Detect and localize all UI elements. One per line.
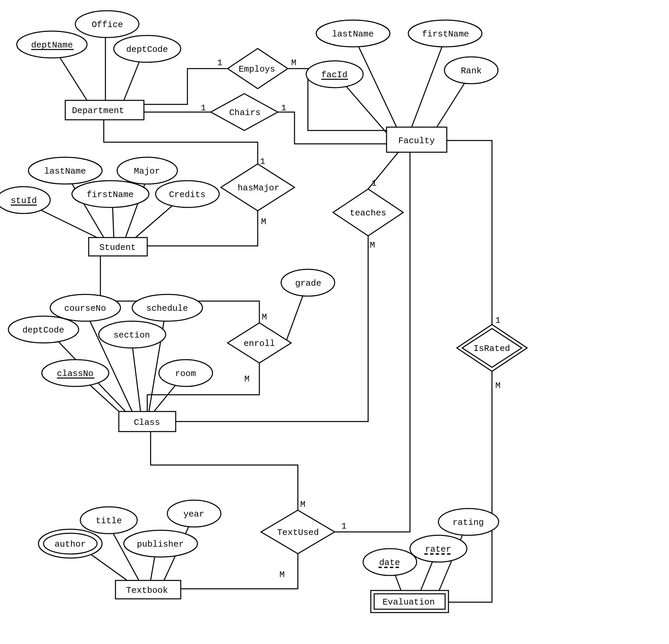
card-hasmajor-stu: M	[261, 217, 266, 227]
svg-text:firstName: firstName	[87, 190, 133, 200]
svg-text:Office: Office	[92, 20, 123, 30]
entity-faculty: Faculty	[386, 127, 447, 152]
svg-text:IsRated: IsRated	[473, 344, 510, 354]
card-enroll-stu: M	[262, 312, 267, 322]
card-enroll-cls: M	[244, 374, 250, 384]
entity-student: Student	[89, 238, 147, 256]
svg-text:firstName: firstName	[422, 29, 469, 39]
svg-text:courseNo: courseNo	[64, 303, 106, 314]
svg-text:deptCode: deptCode	[126, 44, 168, 55]
svg-text:deptCode: deptCode	[23, 325, 64, 335]
svg-text:rating: rating	[453, 517, 484, 528]
entity-textbook: Textbook	[115, 581, 181, 599]
svg-text:title: title	[96, 516, 122, 526]
svg-text:Evaluation: Evaluation	[383, 597, 435, 607]
er-diagram: 1 M 1 1 1 M M M 1 M M M 1 1 M Department…	[0, 0, 669, 644]
attr-stu-stuid: stuId	[0, 187, 50, 213]
entity-class: Class	[119, 412, 176, 432]
attr-fac-lastname: lastName	[316, 20, 390, 47]
svg-text:lastName: lastName	[44, 166, 86, 176]
card-teaches-fac: 1	[371, 178, 377, 188]
svg-text:Department: Department	[72, 106, 124, 116]
svg-line-7	[437, 77, 469, 127]
card-hasmajor-dept: 1	[260, 157, 266, 167]
svg-text:TextUsed: TextUsed	[277, 528, 319, 538]
attr-dept-deptname: deptName	[17, 31, 87, 58]
attr-class-schedule: schedule	[132, 295, 202, 321]
attr-stu-credits: Credits	[156, 181, 219, 207]
card-textused-cls: M	[300, 500, 305, 510]
svg-text:facId: facId	[321, 70, 347, 80]
card-teaches-cls: M	[370, 240, 375, 250]
card-textused-fac: 1	[341, 521, 347, 531]
attr-class-deptcode: deptCode	[9, 316, 79, 343]
svg-text:Textbook: Textbook	[126, 585, 168, 596]
card-chairs-dept: 1	[201, 103, 206, 113]
rel-teaches: teaches	[333, 189, 403, 236]
svg-text:room: room	[175, 369, 196, 379]
svg-text:Credits: Credits	[169, 190, 205, 200]
svg-text:section: section	[113, 330, 150, 340]
svg-text:date: date	[379, 558, 400, 568]
attr-enroll-grade: grade	[281, 269, 334, 296]
attr-class-classno: classNo	[42, 360, 109, 386]
card-israted-eval: M	[495, 381, 501, 391]
rel-israted: IsRated	[457, 325, 527, 371]
entity-evaluation: Evaluation	[371, 590, 449, 613]
svg-line-5	[412, 39, 445, 127]
card-employs-dept: 1	[217, 58, 223, 68]
attr-eval-rater: rater	[410, 535, 467, 562]
svg-text:Student: Student	[99, 243, 136, 253]
svg-text:classNo: classNo	[57, 369, 94, 379]
attr-text-year: year	[167, 500, 221, 527]
svg-text:year: year	[183, 509, 204, 519]
attr-dept-office: Office	[75, 11, 139, 38]
svg-text:Chairs: Chairs	[229, 108, 261, 118]
attr-class-section: section	[99, 321, 166, 348]
svg-text:schedule: schedule	[146, 303, 188, 314]
attr-stu-firstname: firstName	[72, 181, 149, 207]
svg-line-4	[355, 39, 397, 127]
attr-eval-rating: rating	[438, 509, 499, 535]
svg-text:enroll: enroll	[244, 339, 275, 348]
svg-text:Rank: Rank	[461, 66, 482, 76]
attr-eval-date: date	[363, 549, 417, 575]
svg-text:publisher: publisher	[137, 539, 184, 549]
svg-text:Faculty: Faculty	[398, 136, 435, 146]
svg-text:rater: rater	[425, 544, 451, 554]
attr-stu-lastname: lastName	[28, 157, 102, 184]
attr-text-publisher: publisher	[124, 530, 197, 557]
attr-class-courseno: courseNo	[50, 295, 120, 321]
card-textused-txt: M	[280, 570, 285, 580]
attr-fac-facid: facId	[306, 61, 363, 88]
card-israted-fac: 1	[495, 315, 501, 326]
svg-text:Major: Major	[134, 166, 160, 176]
entity-department: Department	[65, 100, 144, 120]
svg-text:Class: Class	[134, 417, 160, 428]
card-employs-fac: M	[291, 58, 297, 68]
attr-dept-deptcode: deptCode	[114, 35, 181, 62]
svg-text:stuId: stuId	[11, 196, 37, 206]
svg-text:teaches: teaches	[350, 208, 386, 218]
rel-textused: TextUsed	[261, 510, 334, 554]
rel-hasmajor: hasMajor	[221, 164, 295, 211]
attr-stu-major: Major	[117, 157, 177, 184]
svg-line-13	[286, 291, 304, 341]
svg-text:deptName: deptName	[31, 40, 73, 50]
attr-fac-firstname: firstName	[408, 20, 482, 47]
svg-text:author: author	[55, 539, 86, 549]
rel-chairs: Chairs	[211, 94, 278, 130]
cardinality-labels: 1 M 1 1 1 M M M 1 M M M 1 1 M	[201, 58, 501, 580]
svg-text:Employs: Employs	[239, 64, 275, 74]
svg-text:grade: grade	[295, 278, 321, 288]
rel-employs: Employs	[228, 48, 288, 89]
attr-text-title: title	[80, 507, 137, 534]
rel-enroll: enroll	[228, 323, 291, 363]
attr-class-room: room	[159, 360, 213, 386]
svg-text:hasMajor: hasMajor	[238, 183, 280, 193]
card-chairs-fac: 1	[281, 103, 286, 113]
attr-fac-rank: Rank	[444, 57, 498, 84]
svg-text:lastName: lastName	[332, 29, 374, 39]
attr-text-author: author	[39, 529, 102, 558]
